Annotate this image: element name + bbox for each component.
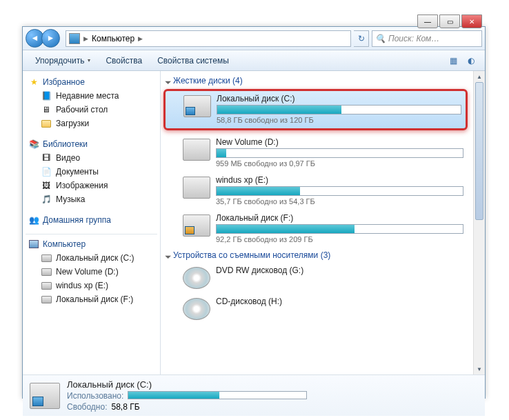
drive-icon — [183, 95, 211, 117]
sidebar-item-videos[interactable]: 🎞Видео — [24, 151, 159, 165]
help-button[interactable]: ◐ — [463, 53, 479, 68]
system-properties-button[interactable]: Свойства системы — [150, 53, 236, 68]
organize-button[interactable]: Упорядочить — [28, 53, 97, 68]
drive-free-text: 35,7 ГБ свободно из 54,3 ГБ — [216, 197, 463, 206]
drive-name: Локальный диск (C:) — [217, 94, 461, 103]
scrollbar[interactable]: ▲ ▼ — [473, 71, 485, 374]
sidebar-computer-head[interactable]: Компьютер — [24, 237, 159, 251]
chevron-right-icon: ▶ — [83, 35, 89, 42]
nav-arrows: ◄ ► — [26, 29, 63, 48]
capacity-bar — [216, 224, 463, 234]
scroll-thumb[interactable] — [475, 82, 483, 220]
sidebar-item-desktop[interactable]: 🖥Рабочий стол — [24, 103, 159, 117]
chevron-right-icon: ▶ — [137, 35, 143, 42]
scroll-down-icon[interactable]: ▼ — [474, 363, 485, 374]
dvd-icon — [183, 267, 210, 289]
minimize-button[interactable]: — — [417, 14, 438, 28]
section-removable[interactable]: Устройства со съемными носителями (3) — [163, 248, 468, 262]
pictures-icon: 🖼 — [41, 180, 52, 191]
sidebar-drive-e[interactable]: windus xp (E:) — [24, 279, 159, 292]
computer-icon — [28, 239, 39, 250]
sidebar-item-recent[interactable]: 📘Недавние места — [24, 89, 159, 103]
drive-icon — [30, 383, 60, 409]
scroll-up-icon[interactable]: ▲ — [474, 71, 485, 82]
drive-item-h[interactable]: CD-дисковод (H:) — [163, 294, 468, 324]
explorer-window: — ▭ ✕ ◄ ► ▶ Компьютер ▶ ↻ 🔍 Поиск: Ком… … — [22, 26, 486, 399]
drive-list: Жесткие диски (4) Локальный диск (C:) 58… — [161, 71, 473, 374]
drive-item-f[interactable]: Локальный диск (F:) 92,2 ГБ свободно из … — [163, 210, 468, 248]
drive-item-d[interactable]: New Volume (D:) 959 МБ свободно из 0,97 … — [163, 134, 468, 172]
drive-name: Локальный диск (F:) — [216, 213, 463, 223]
homegroup-icon: 👥 — [28, 214, 39, 226]
drive-free-text: 58,8 ГБ свободно из 120 ГБ — [217, 116, 461, 124]
refresh-button[interactable]: ↻ — [354, 30, 369, 47]
sidebar-drive-c[interactable]: Локальный диск (C:) — [24, 251, 159, 265]
window-controls: — ▭ ✕ — [417, 14, 482, 28]
sidebar-libraries-head[interactable]: 📚 Библиотеки — [24, 137, 159, 151]
sidebar-drive-d[interactable]: New Volume (D:) — [24, 265, 159, 279]
view-button[interactable]: ▦ — [445, 53, 461, 68]
drive-icon — [183, 139, 210, 161]
forward-button[interactable]: ► — [41, 29, 60, 48]
maximize-button[interactable]: ▭ — [439, 14, 460, 28]
computer-icon — [69, 33, 80, 44]
sidebar-drive-f[interactable]: Локальный диск (F:) — [24, 292, 159, 306]
drive-name: CD-дисковод (H:) — [216, 297, 463, 306]
drive-item-e[interactable]: windus xp (E:) 35,7 ГБ свободно из 54,3 … — [163, 172, 468, 210]
body: ★ Избранное 📘Недавние места 🖥Рабочий сто… — [23, 71, 485, 374]
drive-free-text: 959 МБ свободно из 0,97 ГБ — [216, 159, 463, 168]
close-button[interactable]: ✕ — [461, 14, 482, 28]
nav-bar: ◄ ► ▶ Компьютер ▶ ↻ 🔍 Поиск: Ком… — [23, 27, 485, 50]
drive-icon — [183, 177, 210, 199]
drive-name: New Volume (D:) — [216, 137, 463, 147]
sidebar-item-downloads[interactable]: Загрузки — [24, 117, 159, 130]
desktop-icon: 🖥 — [41, 104, 52, 115]
drive-free-text: 92,2 ГБ свободно из 209 ГБ — [216, 235, 463, 243]
sidebar-item-pictures[interactable]: 🖼Изображения — [24, 179, 159, 192]
capacity-bar — [216, 148, 463, 158]
main-pane: Жесткие диски (4) Локальный диск (C:) 58… — [161, 71, 485, 374]
libraries-icon: 📚 — [28, 139, 39, 150]
section-hdd[interactable]: Жесткие диски (4) — [163, 74, 468, 88]
sidebar-favorites-head[interactable]: ★ Избранное — [24, 75, 159, 89]
capacity-bar — [217, 105, 461, 114]
details-used-label: Использовано: — [67, 391, 123, 401]
sidebar: ★ Избранное 📘Недавние места 🖥Рабочий сто… — [23, 71, 161, 374]
toolbar: Упорядочить Свойства Свойства системы ▦ … — [23, 50, 485, 71]
details-free-value: 58,8 ГБ — [112, 402, 140, 412]
capacity-bar — [216, 186, 463, 196]
drive-icon — [41, 294, 52, 305]
breadcrumb[interactable]: ▶ Компьютер ▶ — [66, 30, 351, 47]
properties-button[interactable]: Свойства — [99, 53, 149, 68]
drive-icon — [41, 266, 52, 277]
details-pane: Локальный диск (C:) Использовано: Свобод… — [23, 374, 485, 416]
music-icon: 🎵 — [41, 194, 52, 205]
drive-icon — [41, 252, 52, 263]
drive-item-c[interactable]: Локальный диск (C:) 58,8 ГБ свободно из … — [163, 89, 468, 130]
drive-name: windus xp (E:) — [216, 175, 463, 185]
details-title: Локальный диск (C:) — [67, 379, 478, 390]
drive-icon — [41, 280, 52, 291]
star-icon: ★ — [28, 77, 39, 88]
downloads-icon — [41, 118, 52, 129]
drive-item-g[interactable]: DVD RW дисковод (G:) — [163, 263, 468, 293]
recent-icon: 📘 — [41, 90, 52, 101]
sidebar-item-documents[interactable]: 📄Документы — [24, 165, 159, 179]
search-icon: 🔍 — [375, 34, 386, 43]
cd-icon — [183, 298, 210, 320]
details-free-label: Свободно: — [67, 402, 108, 412]
sidebar-homegroup-head[interactable]: 👥 Домашняя группа — [24, 213, 159, 227]
details-capacity-bar — [128, 391, 307, 399]
search-input[interactable]: 🔍 Поиск: Ком… — [372, 30, 482, 47]
drive-name: DVD RW дисковод (G:) — [216, 266, 463, 275]
search-placeholder: Поиск: Ком… — [388, 34, 439, 43]
drive-icon — [183, 214, 210, 237]
sidebar-item-music[interactable]: 🎵Музыка — [24, 192, 159, 206]
documents-icon: 📄 — [41, 166, 52, 177]
video-icon: 🎞 — [41, 152, 52, 163]
breadcrumb-item[interactable]: Компьютер — [92, 34, 134, 43]
